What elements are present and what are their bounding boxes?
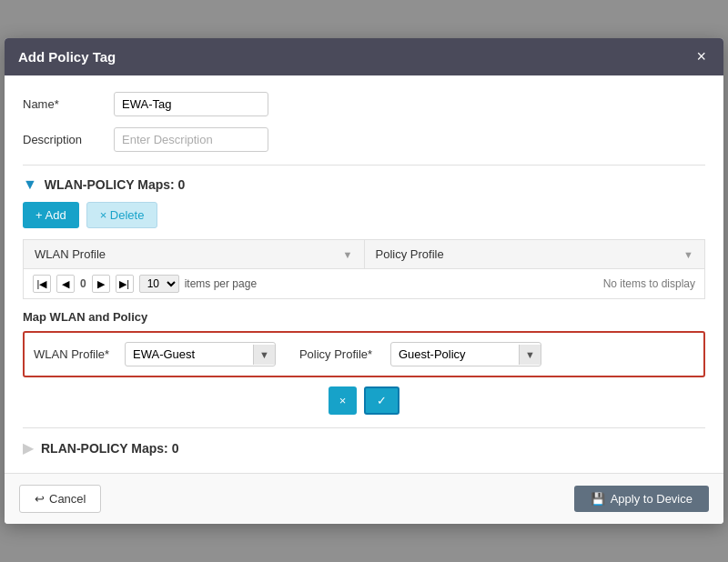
apply-label: Apply to Device [611,492,693,506]
description-input[interactable] [114,127,268,152]
cancel-button[interactable]: ↩ Cancel [19,485,101,513]
cancel-label: Cancel [49,492,86,506]
cancel-icon: ↩ [35,492,45,506]
save-icon: 💾 [591,492,605,506]
per-page-select[interactable]: 10 25 50 [139,275,179,293]
policy-profile-select[interactable]: Guest-Policy [391,343,519,366]
name-input[interactable] [114,92,268,116]
policy-profile-label: Policy Profile* [299,347,381,361]
add-button[interactable]: + Add [23,202,79,228]
name-row: Name* [23,92,705,116]
col2-arrow-icon: ▼ [683,249,693,260]
next-page-button[interactable]: ▶ [92,275,110,293]
modal-header: Add Policy Tag × [5,38,723,75]
policy-profile-select-wrap: Guest-Policy ▼ [390,342,541,366]
map-actions: × ✓ [23,386,705,415]
items-per-page-label: items per page [185,277,257,290]
wlan-profile-select[interactable]: EWA-Guest [126,343,253,366]
rlan-section-header: ▶ RLAN-POLICY Maps: 0 [23,427,705,457]
page-count: 0 [80,277,86,290]
pagination-row: |◀ ◀ 0 ▶ ▶| 10 25 50 items per page No i… [23,269,705,299]
table-header: WLAN Profile ▼ Policy Profile ▼ [23,239,705,269]
map-form-row: WLAN Profile* EWA-Guest ▼ Policy Profile… [23,331,705,377]
policy-select-arrow-icon: ▼ [519,345,541,365]
wlan-profile-label: WLAN Profile* [34,347,116,361]
wlan-select-arrow-icon: ▼ [253,345,275,365]
wlan-section-title: WLAN-POLICY Maps: 0 [45,177,186,192]
name-label: Name* [23,97,114,111]
no-items-label: No items to display [603,277,695,290]
wlan-chevron-icon[interactable]: ▼ [23,176,37,193]
modal-body: Name* Description ▼ WLAN-POLICY Maps: 0 … [5,75,723,473]
rlan-section-title: RLAN-POLICY Maps: 0 [41,441,178,456]
prev-page-button[interactable]: ◀ [56,275,75,293]
wlan-profile-select-wrap: EWA-Guest ▼ [125,342,276,366]
description-row: Description [23,127,705,152]
col1-arrow-icon: ▼ [343,249,353,260]
map-section-title: Map WLAN and Policy [23,310,705,324]
wlan-toolbar: + Add × Delete [23,202,705,228]
wlan-profile-col-header: WLAN Profile ▼ [24,240,365,268]
description-label: Description [23,133,114,146]
close-button[interactable]: × [693,47,710,66]
first-page-button[interactable]: |◀ [33,275,51,293]
policy-profile-col-header: Policy Profile ▼ [365,240,705,268]
modal-title: Add Policy Tag [18,49,116,65]
wlan-section-header: ▼ WLAN-POLICY Maps: 0 [23,165,705,193]
map-confirm-button[interactable]: ✓ [364,386,399,415]
last-page-button[interactable]: ▶| [116,275,134,293]
rlan-chevron-icon[interactable]: ▶ [23,439,34,457]
map-cancel-button[interactable]: × [329,386,358,415]
delete-button[interactable]: × Delete [86,202,158,228]
apply-to-device-button[interactable]: 💾 Apply to Device [574,486,709,512]
modal-footer: ↩ Cancel 💾 Apply to Device [5,473,723,524]
